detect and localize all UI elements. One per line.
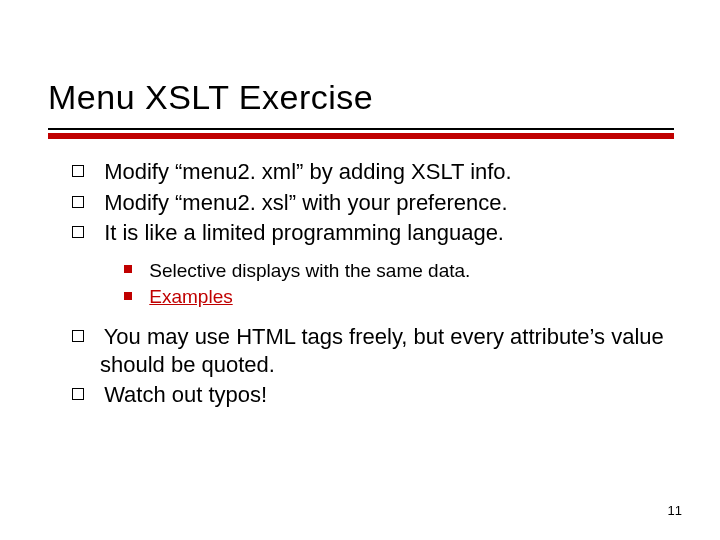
square-bullet-icon (124, 292, 132, 300)
list-item-text: Watch out typos! (104, 382, 267, 407)
list-item: Modify “menu2. xml” by adding XSLT info. (72, 158, 672, 186)
examples-link[interactable]: Examples (149, 286, 232, 307)
square-bullet-icon (72, 226, 84, 238)
square-bullet-icon (72, 196, 84, 208)
slide-body: Modify “menu2. xml” by adding XSLT info.… (72, 158, 672, 412)
square-bullet-icon (72, 388, 84, 400)
nested-list: Selective displays with the same data. E… (124, 259, 672, 310)
list-item-text: You may use HTML tags freely, but every … (100, 324, 664, 377)
page-number: 11 (668, 503, 682, 518)
slide-title: Menu XSLT Exercise (48, 78, 373, 117)
square-bullet-icon (72, 330, 84, 342)
title-underline-accent (48, 133, 674, 139)
list-item: It is like a limited programming languag… (72, 219, 672, 247)
list-item: Watch out typos! (72, 381, 672, 409)
list-item-text: Selective displays with the same data. (149, 260, 470, 281)
list-item-text: It is like a limited programming languag… (104, 220, 504, 245)
list-item-text: Modify “menu2. xsl” with your preference… (104, 190, 508, 215)
slide: Menu XSLT Exercise Modify “menu2. xml” b… (0, 0, 720, 540)
title-underline (48, 128, 674, 130)
list-item-text: Modify “menu2. xml” by adding XSLT info. (104, 159, 512, 184)
list-item: Selective displays with the same data. (124, 259, 672, 283)
list-item: You may use HTML tags freely, but every … (72, 323, 672, 378)
list-item: Examples (124, 285, 672, 309)
list-item: Modify “menu2. xsl” with your preference… (72, 189, 672, 217)
square-bullet-icon (124, 265, 132, 273)
square-bullet-icon (72, 165, 84, 177)
